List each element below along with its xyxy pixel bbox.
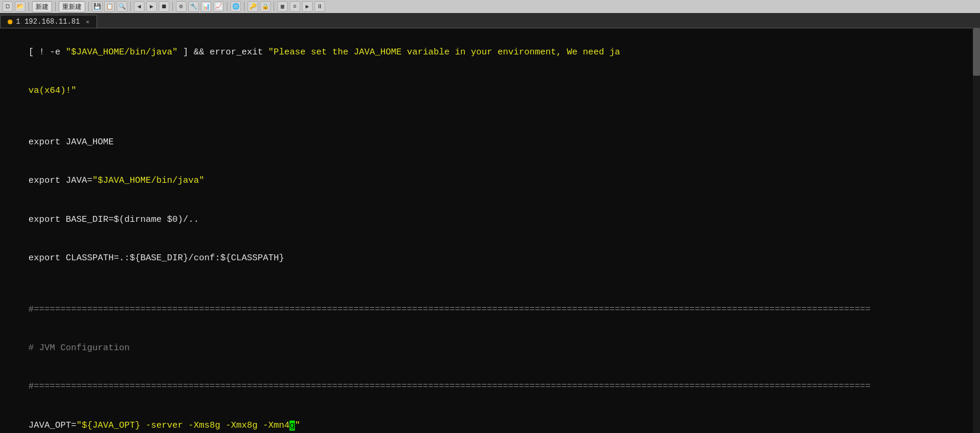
line1-the: the — [332, 47, 348, 57]
toolbar-sep-6 — [227, 2, 227, 11]
line10-end: " — [295, 421, 300, 431]
terminal-line-6: export CLASSPATH=.:${BASE_DIR}/conf:${CL… — [7, 239, 973, 277]
tool4-icon[interactable]: 📈 — [213, 1, 224, 12]
line1-part5 — [263, 47, 268, 57]
line3-java-home: JAVA_HOME — [60, 137, 114, 147]
grid-icon[interactable]: ▦ — [277, 1, 288, 12]
open-icon[interactable]: 📂 — [15, 1, 25, 12]
line1-part2: "$JAVA_HOME/bin/java" — [66, 47, 178, 57]
tool3-icon[interactable]: 📊 — [201, 1, 211, 12]
line4-export: export — [28, 176, 60, 186]
cursor: g — [290, 421, 295, 431]
line5-basedir: BASE_DIR=$(dirname $0)/.. — [60, 215, 199, 225]
toolbar-sep-4 — [130, 2, 131, 11]
toolbar-sep-3 — [88, 2, 89, 11]
toolbar-sep-2 — [55, 2, 56, 11]
toolbar-sep-7 — [244, 2, 245, 11]
terminal[interactable]: [ ! -e "$JAVA_HOME/bin/java" ] && error_… — [0, 28, 980, 433]
terminal-line-10: JAVA_OPT="${JAVA_OPT} -server -Xms8g -Xm… — [7, 406, 973, 433]
line8-jvm-config: # JVM Configuration — [28, 343, 130, 353]
copy-icon[interactable]: 📋 — [104, 1, 115, 12]
forward-icon[interactable]: ▶ — [146, 1, 157, 12]
line1-part7: JAVA_HOME variable in your environment, … — [348, 47, 620, 57]
toolbar-sep-5 — [172, 2, 173, 11]
line4-val: "$JAVA_HOME/bin/java" — [92, 176, 204, 186]
line1-part3: ] && — [178, 47, 210, 57]
line7-divider: #=======================================… — [28, 305, 870, 315]
terminal-line-4: export JAVA="$JAVA_HOME/bin/java" — [7, 162, 973, 201]
line4-java: JAVA= — [60, 176, 92, 186]
tool2-icon[interactable]: 🔧 — [188, 1, 199, 12]
line10-val: "${JAVA_OPT} -server -Xms8g -Xmx8g -Xmn4 — [76, 421, 290, 431]
line5-export: export — [28, 215, 60, 225]
play-icon[interactable]: ▶ — [302, 1, 313, 12]
save-icon[interactable]: 💾 — [92, 1, 102, 12]
toolbar-sep-8 — [274, 2, 274, 11]
pause-icon[interactable]: ⏸ — [314, 1, 325, 12]
terminal-line-7: #=======================================… — [7, 290, 973, 329]
line6-classpath: CLASSPATH=.:${BASE_DIR}/conf:${CLASSPATH… — [60, 253, 284, 263]
terminal-line-1: [ ! -e "$JAVA_HOME/bin/java" ] && error_… — [7, 33, 973, 72]
terminal-blank-2 — [7, 277, 973, 290]
line3-export: export — [28, 137, 60, 147]
terminal-line-8: # JVM Configuration — [7, 329, 973, 367]
lock-icon[interactable]: 🔒 — [260, 1, 271, 12]
scrollbar-track[interactable] — [973, 28, 980, 433]
search-icon[interactable]: 🔍 — [117, 1, 127, 12]
tab-label: 1 192.168.11.81 — [16, 18, 80, 26]
scrollbar-thumb[interactable] — [973, 28, 980, 76]
terminal-line-2: va(x64)!" — [7, 72, 973, 110]
line6-export: export — [28, 253, 60, 263]
line9-divider: #=======================================… — [28, 382, 870, 392]
list-icon[interactable]: ≡ — [290, 1, 300, 12]
toolbar: 🗋 📂 新建 重新建 💾 📋 🔍 ◀ ▶ ⏹ ⚙ 🔧 📊 📈 🌐 🔑 🔒 ▦ ≡… — [0, 0, 980, 13]
line10-var: JAVA_OPT= — [28, 421, 76, 431]
line1-part4: error_exit — [210, 47, 263, 57]
line1-part1: [ ! -e — [28, 47, 66, 57]
tool1-icon[interactable]: ⚙ — [176, 1, 187, 12]
line2-part1: va(x64)!" — [28, 86, 76, 96]
globe-icon[interactable]: 🌐 — [230, 1, 241, 12]
rebuild-button[interactable]: 重新建 — [59, 1, 85, 12]
terminal-line-5: export BASE_DIR=$(dirname $0)/.. — [7, 201, 973, 239]
key-icon[interactable]: 🔑 — [248, 1, 258, 12]
terminal-line-9: #=======================================… — [7, 368, 973, 406]
toolbar-sep-1 — [28, 2, 29, 11]
stop-icon[interactable]: ⏹ — [159, 1, 169, 12]
tab-session[interactable]: 1 192.168.11.81 ✕ — [0, 15, 97, 28]
terminal-line-3: export JAVA_HOME — [7, 123, 973, 161]
new-button[interactable]: 新建 — [32, 1, 52, 12]
new-icon[interactable]: 🗋 — [2, 1, 13, 12]
tabbar: 1 192.168.11.81 ✕ — [0, 13, 980, 28]
back-icon[interactable]: ◀ — [134, 1, 144, 12]
terminal-blank-1 — [7, 111, 973, 124]
tab-dot — [8, 20, 12, 24]
line1-part6: "Please set — [268, 47, 332, 57]
tab-close-icon[interactable]: ✕ — [86, 18, 89, 25]
